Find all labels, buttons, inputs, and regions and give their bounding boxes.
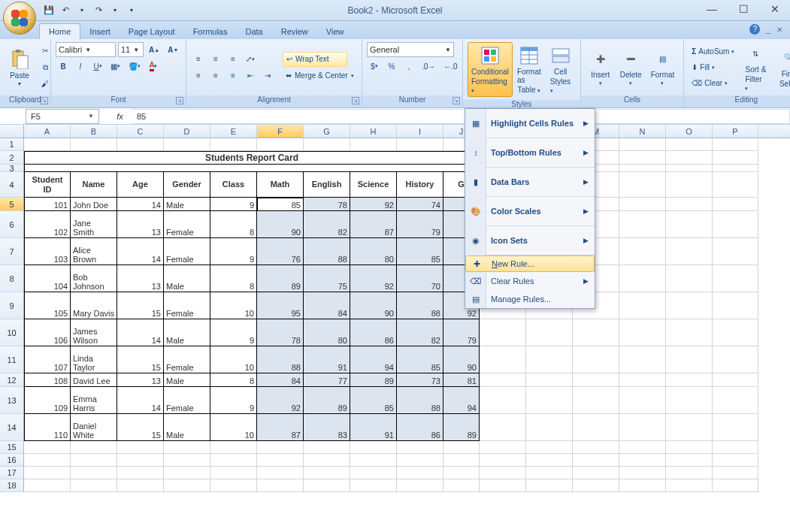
row-header[interactable]: 11 bbox=[0, 346, 24, 373]
tab-data[interactable]: Data bbox=[236, 24, 271, 39]
alignment-dialog-launcher[interactable]: ↘ bbox=[352, 97, 359, 104]
cell[interactable]: 82 bbox=[397, 319, 443, 346]
cell-styles-button[interactable]: Cell Styles ▾ bbox=[546, 45, 576, 94]
cell[interactable]: 89 bbox=[304, 387, 350, 414]
cell[interactable] bbox=[117, 138, 164, 151]
cell[interactable] bbox=[257, 138, 304, 151]
cell[interactable] bbox=[713, 138, 758, 151]
column-header-B[interactable]: B bbox=[71, 125, 117, 138]
cell[interactable] bbox=[619, 414, 666, 441]
cell[interactable]: Female bbox=[164, 387, 210, 414]
cell[interactable] bbox=[164, 441, 210, 454]
cell[interactable] bbox=[713, 265, 758, 292]
cell[interactable] bbox=[210, 479, 257, 492]
cell[interactable]: 91 bbox=[350, 414, 397, 441]
column-header-A[interactable]: A bbox=[24, 125, 71, 138]
cell[interactable]: 75 bbox=[304, 265, 350, 292]
cell[interactable]: 104 bbox=[24, 265, 71, 292]
cell[interactable]: 84 bbox=[304, 292, 350, 319]
cell[interactable] bbox=[713, 346, 758, 373]
cell[interactable]: Male bbox=[164, 414, 210, 441]
format-painter-button[interactable]: 🖌 bbox=[38, 77, 53, 92]
cell[interactable] bbox=[526, 454, 573, 467]
row-header[interactable]: 1 bbox=[0, 138, 24, 151]
cell[interactable] bbox=[526, 387, 573, 414]
cell[interactable] bbox=[666, 151, 713, 165]
copy-button[interactable]: ⧉ bbox=[38, 60, 53, 75]
cell[interactable] bbox=[666, 454, 713, 467]
cell[interactable] bbox=[397, 479, 443, 492]
cell[interactable] bbox=[304, 454, 350, 467]
cell[interactable] bbox=[666, 319, 713, 346]
cut-button[interactable]: ✂ bbox=[38, 44, 53, 59]
cell[interactable] bbox=[480, 467, 526, 479]
percent-format-button[interactable]: % bbox=[384, 59, 399, 74]
align-center-button[interactable]: ≡ bbox=[208, 68, 223, 83]
cell[interactable] bbox=[619, 467, 666, 479]
cell[interactable]: 86 bbox=[350, 319, 397, 346]
cell[interactable] bbox=[619, 479, 666, 492]
wrap-text-button[interactable]: ↩Wrap Text bbox=[283, 52, 347, 67]
cell[interactable]: 106 bbox=[24, 319, 71, 346]
cell[interactable]: 74 bbox=[397, 198, 443, 211]
orientation-button[interactable]: ⤢▾ bbox=[243, 52, 258, 67]
cell[interactable]: 88 bbox=[304, 238, 350, 265]
cell[interactable]: Gender bbox=[164, 172, 210, 198]
cell[interactable]: 94 bbox=[350, 346, 397, 373]
find-select-button[interactable]: 🔍 Find Selec bbox=[773, 47, 790, 88]
font-name-combo[interactable]: Calibri▼ bbox=[56, 42, 116, 57]
cell[interactable] bbox=[443, 479, 480, 492]
cell[interactable]: 8 bbox=[210, 265, 257, 292]
cell[interactable] bbox=[666, 414, 713, 441]
cell[interactable]: Female bbox=[164, 346, 210, 373]
qat-undo-icon[interactable]: ↶ bbox=[59, 4, 72, 17]
cell[interactable]: Jane Smith bbox=[71, 211, 117, 238]
cell[interactable]: 13 bbox=[117, 265, 164, 292]
cell[interactable] bbox=[350, 454, 397, 467]
cell[interactable] bbox=[117, 454, 164, 467]
cell[interactable] bbox=[713, 211, 758, 238]
align-middle-button[interactable]: ≡ bbox=[208, 52, 223, 67]
ribbon-close-icon[interactable]: ✕ bbox=[776, 26, 782, 34]
tab-view[interactable]: View bbox=[317, 24, 353, 39]
window-close-button[interactable]: ✕ bbox=[764, 2, 785, 17]
ribbon-minimize-icon[interactable]: _ bbox=[766, 26, 770, 34]
cell[interactable] bbox=[619, 319, 666, 346]
cell[interactable]: 14 bbox=[117, 238, 164, 265]
row-header[interactable]: 14 bbox=[0, 414, 24, 441]
cell[interactable]: 82 bbox=[304, 211, 350, 238]
cell[interactable] bbox=[443, 467, 480, 479]
cell[interactable]: Male bbox=[164, 265, 210, 292]
column-header-I[interactable]: I bbox=[397, 125, 443, 138]
bold-button[interactable]: B bbox=[56, 59, 71, 74]
cell[interactable]: Linda Taylor bbox=[71, 346, 117, 373]
cell[interactable] bbox=[397, 454, 443, 467]
delete-cells-button[interactable]: ➖ Delete▾ bbox=[616, 48, 646, 86]
cell[interactable]: Alice Brown bbox=[71, 238, 117, 265]
cell[interactable]: 108 bbox=[24, 373, 71, 387]
cell[interactable] bbox=[666, 467, 713, 479]
cell[interactable] bbox=[71, 454, 117, 467]
cell[interactable] bbox=[713, 151, 758, 165]
column-header-C[interactable]: C bbox=[117, 125, 164, 138]
cell[interactable] bbox=[666, 441, 713, 454]
cell[interactable]: Daniel White bbox=[71, 414, 117, 441]
row-header[interactable]: 17 bbox=[0, 467, 24, 479]
accounting-format-button[interactable]: $▾ bbox=[367, 59, 382, 74]
cell[interactable] bbox=[526, 346, 573, 373]
cell[interactable] bbox=[573, 373, 619, 387]
cell[interactable]: Student ID bbox=[24, 172, 71, 198]
worksheet[interactable]: ABCDEFGHIJKLMNOP 12Students Report Card3… bbox=[0, 125, 790, 492]
cell[interactable]: History bbox=[397, 172, 443, 198]
cell[interactable]: 101 bbox=[24, 198, 71, 211]
cell[interactable] bbox=[210, 454, 257, 467]
row-header[interactable]: 8 bbox=[0, 265, 24, 292]
cell[interactable]: 9 bbox=[210, 387, 257, 414]
cell[interactable]: 92 bbox=[350, 265, 397, 292]
cell[interactable]: Female bbox=[164, 292, 210, 319]
cell[interactable]: 90 bbox=[257, 211, 304, 238]
column-header-H[interactable]: H bbox=[350, 125, 397, 138]
cell[interactable] bbox=[713, 292, 758, 319]
cell[interactable]: Male bbox=[164, 373, 210, 387]
row-header[interactable]: 3 bbox=[0, 165, 24, 172]
